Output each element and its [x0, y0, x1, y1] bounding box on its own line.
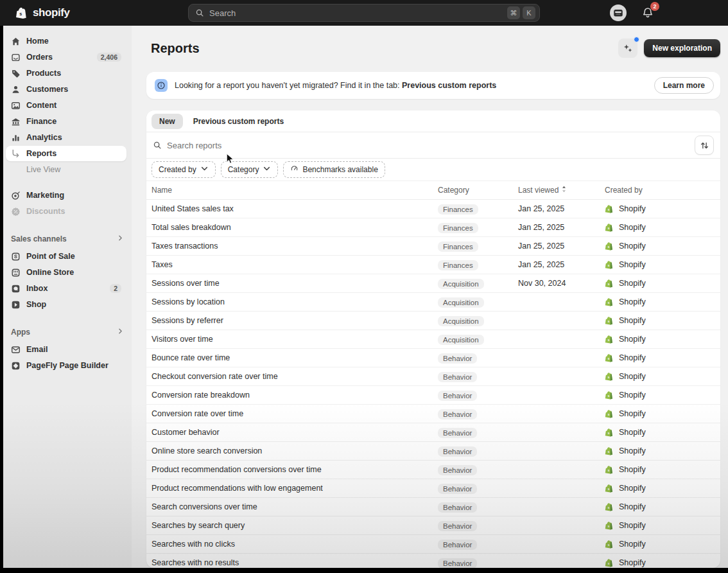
sidebar-item-content[interactable]: Content [6, 98, 126, 113]
inbox-icon [11, 284, 21, 294]
page-title: Reports [151, 41, 200, 56]
table-row[interactable]: Searches with no clicksBehaviorsShopify [146, 535, 720, 554]
created-by-cell: sShopify [605, 428, 715, 437]
sidebar-section-header-apps[interactable]: Apps [11, 325, 124, 339]
sidebar-item-label: Home [26, 37, 121, 46]
created-by-label: Shopify [619, 465, 646, 474]
sidebar-item-marketing[interactable]: Marketing [6, 188, 126, 203]
table-row[interactable]: Search conversions over timeBehaviorsSho… [146, 498, 720, 516]
shopify-bag-icon: s [605, 316, 614, 326]
marketing-icon [11, 191, 21, 200]
report-name-cell: Sessions by location [152, 297, 438, 306]
sidebar-item-label: Point of Sale [26, 252, 121, 261]
tab-new[interactable]: New [152, 114, 183, 129]
table-row[interactable]: Product recommendation conversions over … [146, 461, 720, 479]
topbar: s shopify Search ⌘ K 2 [0, 0, 728, 26]
shopify-logo[interactable]: s shopify [15, 6, 70, 20]
explorations-icon-button[interactable] [618, 39, 637, 58]
new-exploration-button[interactable]: New exploration [644, 39, 720, 57]
table-row[interactable]: Sessions by referrerAcquisitionsShopify [146, 312, 720, 330]
column-header-last-viewed[interactable]: Last viewed [518, 185, 605, 195]
created-by-label: Shopify [619, 521, 646, 530]
created-by-cell: sShopify [605, 521, 715, 531]
sort-button[interactable] [695, 136, 714, 155]
table-row[interactable]: Product recommendations with low engagem… [146, 479, 720, 498]
table-row[interactable]: Total sales breakdownFinancesJan 25, 202… [146, 218, 720, 237]
table-row[interactable]: Conversion rate breakdownBehaviorsShopif… [146, 386, 720, 405]
sidebar-item-home[interactable]: Home [6, 33, 126, 49]
created-by-cell: sShopify [605, 558, 715, 568]
sidebar-item-label: Content [26, 101, 121, 110]
column-header-name[interactable]: Name [152, 186, 438, 195]
store-avatar[interactable] [610, 4, 627, 21]
column-header-category[interactable]: Category [438, 186, 518, 195]
sidebar-item-products[interactable]: Products [6, 66, 126, 81]
table-row[interactable]: United States sales taxFinancesJan 25, 2… [146, 200, 720, 218]
tab-previous-custom-reports[interactable]: Previous custom reports [186, 114, 291, 129]
chevron-down-icon [200, 164, 209, 175]
table-row[interactable]: Customer behaviorBehaviorsShopify [146, 423, 720, 442]
table-row[interactable]: Bounce rate over timeBehaviorsShopify [146, 349, 720, 367]
sort-carets-icon [561, 185, 567, 195]
sidebar-item-analytics[interactable]: Analytics [6, 130, 126, 145]
category-badge: Behavior [438, 502, 477, 513]
reports-search-input[interactable]: Search reports [153, 132, 695, 158]
svg-text:s: s [607, 245, 609, 249]
created-by-cell: sShopify [605, 353, 715, 363]
table-row[interactable]: Conversion rate over timeBehaviorsShopif… [146, 405, 720, 423]
branch-icon [11, 149, 21, 159]
sidebar-item-live-view[interactable]: Live View [6, 162, 126, 177]
table-row[interactable]: Checkout conversion rate over timeBehavi… [146, 367, 720, 386]
sidebar-section-header-sales-channels[interactable]: Sales channels [11, 232, 124, 246]
sort-arrows-icon [700, 141, 709, 150]
category-cell: Behavior [438, 427, 518, 438]
learn-more-button[interactable]: Learn more [654, 77, 714, 94]
created-by-label: Shopify [619, 353, 646, 362]
reports-card: NewPrevious custom reports Search report… [146, 110, 720, 568]
category-cell: Behavior [438, 389, 518, 401]
filters-row: Created byCategoryBenchmarks available [146, 159, 720, 181]
table-row[interactable]: Taxes transactionsFinancesJan 25, 2025sS… [146, 237, 720, 256]
global-search-input[interactable]: Search ⌘ K [188, 4, 540, 22]
sidebar-item-shop[interactable]: Shop [6, 297, 126, 312]
sidebar-item-email[interactable]: Email [6, 342, 126, 357]
search-icon [153, 141, 162, 150]
sidebar-item-discounts[interactable]: Discounts [6, 204, 126, 219]
report-name-cell: Conversion rate over time [152, 409, 438, 418]
table-row[interactable]: Online store search conversionBehaviorsS… [146, 442, 720, 461]
table-row[interactable]: Searches by search queryBehaviorsShopify [146, 516, 720, 535]
filter-chip-benchmarks-available[interactable]: Benchmarks available [283, 161, 385, 178]
notifications-button[interactable]: 2 [639, 4, 656, 21]
table-row[interactable]: Searches with no resultsBehaviorsShopify [146, 554, 720, 568]
filter-chip-created-by[interactable]: Created by [152, 161, 216, 178]
sidebar-item-reports[interactable]: Reports [6, 146, 126, 161]
sidebar-item-pagefly-page-builder[interactable]: PageFly Page Builder [6, 358, 126, 373]
sidebar-item-inbox[interactable]: Inbox2 [6, 281, 126, 296]
sidebar-item-customers[interactable]: Customers [6, 82, 126, 97]
created-by-cell: sShopify [605, 409, 715, 419]
table-row[interactable]: Visitors over timeAcquisitionsShopify [146, 330, 720, 349]
table-row[interactable]: TaxesFinancesJan 25, 2025sShopify [146, 256, 720, 274]
sidebar-item-point-of-sale[interactable]: Point of Sale [6, 249, 126, 264]
sidebar-item-label: Inbox [26, 284, 104, 293]
filter-chip-label: Benchmarks available [302, 165, 377, 174]
shortcut-keys: ⌘ K [507, 6, 535, 19]
analytics-icon [11, 133, 21, 143]
column-header-created-by[interactable]: Created by [605, 186, 715, 195]
created-by-cell: sShopify [605, 260, 715, 270]
last-viewed-cell: Jan 25, 2025 [518, 260, 605, 269]
sidebar-item-online-store[interactable]: Online Store [6, 265, 126, 280]
svg-text:s: s [607, 450, 609, 454]
shopify-bag-icon: s [605, 260, 614, 270]
sidebar-item-finance[interactable]: Finance [6, 114, 126, 129]
banner-text-bold: Previous custom reports [402, 81, 496, 90]
table-row[interactable]: Sessions over timeAcquisitionNov 30, 202… [146, 274, 720, 293]
category-badge: Behavior [438, 409, 477, 419]
sidebar-item-orders[interactable]: Orders2,406 [6, 49, 126, 65]
chevron-right-icon [117, 328, 124, 337]
filter-chip-category[interactable]: Category [221, 161, 279, 178]
table-row[interactable]: Sessions by locationAcquisitionsShopify [146, 293, 720, 312]
content-icon [11, 101, 21, 110]
svg-text:s: s [607, 506, 609, 509]
svg-text:s: s [607, 431, 609, 435]
